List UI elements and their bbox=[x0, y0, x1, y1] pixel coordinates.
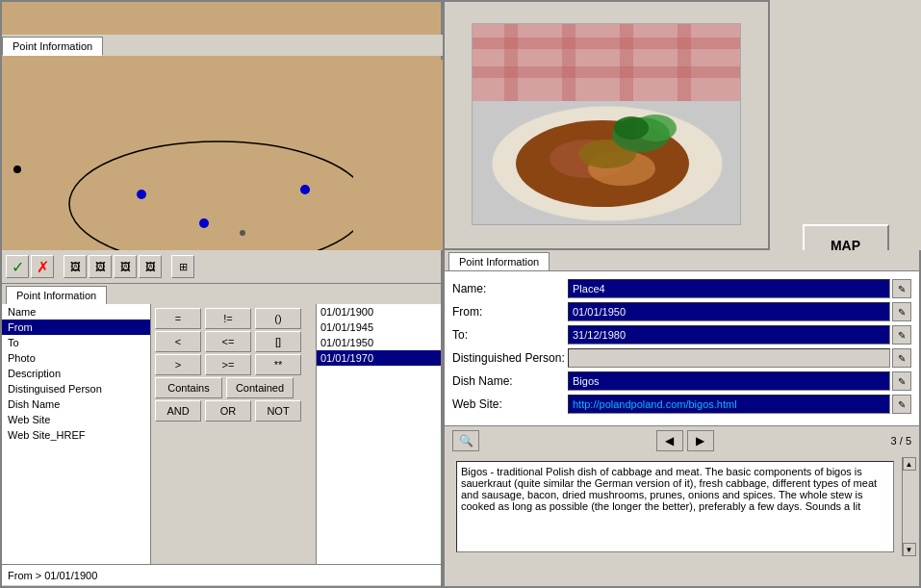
svg-point-0 bbox=[69, 141, 353, 267]
name-edit-btn[interactable]: ✎ bbox=[892, 279, 911, 298]
food-image bbox=[472, 23, 741, 225]
search-icon-btn[interactable]: 🔍 bbox=[452, 430, 479, 451]
val-1945[interactable]: 01/01/1945 bbox=[317, 320, 441, 335]
svg-point-4 bbox=[240, 230, 245, 236]
dish-value: Bigos bbox=[568, 371, 890, 391]
query-content: Name From To Photo Description Distingui… bbox=[2, 304, 441, 564]
operators-area: = != () < <= [] > >= ** Contains Contain… bbox=[151, 304, 316, 564]
check-btn[interactable]: ✓ bbox=[6, 255, 29, 278]
op-lt[interactable]: < bbox=[155, 331, 201, 352]
field-from[interactable]: From bbox=[2, 320, 150, 335]
tab-point-information[interactable]: Point Information bbox=[2, 37, 103, 56]
contained-btn[interactable]: Contained bbox=[226, 377, 294, 398]
map-tab-bar: Point Information bbox=[2, 35, 445, 56]
field-website[interactable]: Web Site bbox=[2, 412, 150, 427]
not-btn[interactable]: NOT bbox=[255, 400, 301, 422]
map-ellipse bbox=[64, 132, 353, 267]
website-label: Web Site: bbox=[452, 397, 568, 411]
or-btn[interactable]: OR bbox=[205, 400, 251, 422]
values-list: 01/01/1900 01/01/1945 01/01/1950 01/01/1… bbox=[316, 304, 441, 564]
description-container: Bigos - traditional Polish dish of cabba… bbox=[448, 457, 915, 556]
photo-btn-1[interactable]: 🖼 bbox=[64, 255, 87, 278]
field-photo[interactable]: Photo bbox=[2, 350, 150, 366]
val-1970[interactable]: 01/01/1970 bbox=[317, 350, 441, 366]
and-btn[interactable]: AND bbox=[155, 400, 201, 422]
x-btn[interactable]: ✗ bbox=[31, 255, 54, 278]
to-value: 31/12/1980 bbox=[568, 325, 890, 345]
to-label: To: bbox=[452, 328, 568, 342]
svg-point-14 bbox=[614, 116, 649, 140]
op-bracket[interactable]: [] bbox=[255, 331, 301, 352]
query-toolbar: ✓ ✗ 🖼 🖼 🖼 🖼 ⊞ bbox=[2, 250, 441, 284]
val-1900[interactable]: 01/01/1900 bbox=[317, 304, 441, 320]
food-image-panel bbox=[443, 0, 770, 250]
distinguished-value bbox=[568, 348, 890, 368]
website-value[interactable]: http://polandpoland.com/bigos.html bbox=[568, 395, 890, 414]
field-to[interactable]: To bbox=[2, 335, 150, 350]
expression-bar: From > 01/01/1900 bbox=[2, 564, 441, 585]
name-row: Name: Place4 ✎ bbox=[452, 279, 911, 298]
grid-btn[interactable]: ⊞ bbox=[171, 255, 194, 278]
dish-row: Dish Name: Bigos ✎ bbox=[452, 371, 911, 391]
photo-btn-4[interactable]: 🖼 bbox=[139, 255, 162, 278]
query-tab-bar: Point Information bbox=[2, 284, 441, 304]
svg-point-2 bbox=[300, 185, 310, 194]
op-eq[interactable]: = bbox=[155, 308, 201, 329]
next-btn[interactable]: ▶ bbox=[687, 430, 714, 451]
photo-btn-3[interactable]: 🖼 bbox=[114, 255, 137, 278]
map-panel: Point Information From > 01/01/1900 ✕ bbox=[0, 0, 443, 250]
tab-point-info[interactable]: Point Information bbox=[448, 252, 550, 270]
from-value: 01/01/1950 bbox=[568, 302, 890, 321]
contains-btn[interactable]: Contains bbox=[155, 377, 222, 398]
map-dot-outside bbox=[13, 166, 21, 173]
field-description[interactable]: Description bbox=[2, 366, 150, 381]
description-text: Bigos - traditional Polish dish of cabba… bbox=[456, 461, 894, 552]
distinguished-edit-btn[interactable]: ✎ bbox=[892, 348, 911, 368]
svg-point-1 bbox=[137, 190, 146, 199]
map-canvas[interactable] bbox=[2, 60, 445, 252]
to-edit-btn[interactable]: ✎ bbox=[892, 325, 911, 345]
scroll-bar[interactable]: ▲ ▼ bbox=[902, 457, 915, 556]
field-website-href[interactable]: Web Site_HREF bbox=[2, 427, 150, 443]
food-svg bbox=[473, 24, 741, 225]
prev-btn[interactable]: ◀ bbox=[656, 430, 683, 451]
scroll-down-btn[interactable]: ▼ bbox=[903, 543, 916, 556]
from-label: From: bbox=[452, 305, 568, 319]
field-name[interactable]: Name bbox=[2, 304, 150, 320]
website-edit-btn[interactable]: ✎ bbox=[892, 395, 911, 414]
name-value: Place4 bbox=[568, 279, 890, 298]
name-label: Name: bbox=[452, 282, 568, 295]
field-distinguished[interactable]: Distinguised Person bbox=[2, 381, 150, 396]
op-gt[interactable]: > bbox=[155, 354, 201, 375]
tab-query-point-info[interactable]: Point Information bbox=[6, 286, 107, 304]
op-paren[interactable]: () bbox=[255, 308, 301, 329]
op-neq[interactable]: != bbox=[205, 308, 251, 329]
scroll-up-btn[interactable]: ▲ bbox=[903, 457, 916, 471]
nav-counter: 3 / 5 bbox=[891, 435, 911, 447]
dish-edit-btn[interactable]: ✎ bbox=[892, 371, 911, 391]
nav-bar: 🔍 ◀ ▶ 3 / 5 bbox=[445, 425, 919, 455]
op-lte[interactable]: <= bbox=[205, 331, 251, 352]
op-star[interactable]: ** bbox=[255, 354, 301, 375]
field-dish[interactable]: Dish Name bbox=[2, 396, 150, 412]
to-row: To: 31/12/1980 ✎ bbox=[452, 325, 911, 345]
distinguished-row: Distinguished Person: ✎ bbox=[452, 348, 911, 368]
distinguished-label: Distinguished Person: bbox=[452, 351, 568, 365]
from-edit-btn[interactable]: ✎ bbox=[892, 302, 911, 321]
from-row: From: 01/01/1950 ✎ bbox=[452, 302, 911, 321]
photo-btn-2[interactable]: 🖼 bbox=[89, 255, 112, 278]
website-row: Web Site: http://polandpoland.com/bigos.… bbox=[452, 395, 911, 414]
val-1950[interactable]: 01/01/1950 bbox=[317, 335, 441, 350]
svg-point-3 bbox=[199, 218, 209, 228]
expression-text: From > 01/01/1900 bbox=[8, 570, 97, 581]
point-info-panel: Point Information Name: Place4 ✎ From: 0… bbox=[443, 250, 921, 588]
dish-label: Dish Name: bbox=[452, 374, 568, 388]
point-info-tab-bar: Point Information bbox=[445, 250, 919, 271]
field-list: Name From To Photo Description Distingui… bbox=[2, 304, 151, 564]
point-info-fields: Name: Place4 ✎ From: 01/01/1950 ✎ To: 31… bbox=[445, 271, 919, 425]
query-panel: ✓ ✗ 🖼 🖼 🖼 🖼 ⊞ Point Information Name Fro… bbox=[0, 250, 443, 588]
op-gte[interactable]: >= bbox=[205, 354, 251, 375]
